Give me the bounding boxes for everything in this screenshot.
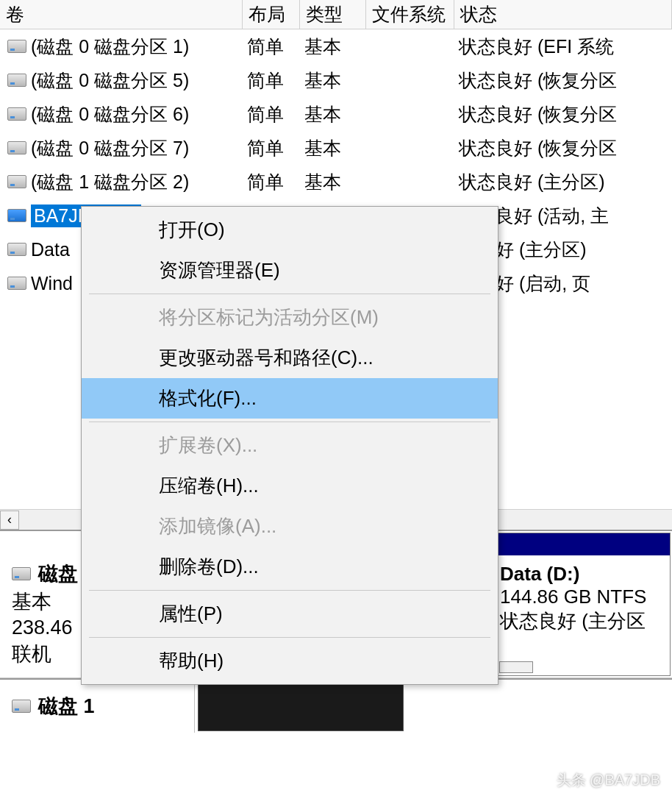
menu-item: 添加镜像(A)... xyxy=(82,506,498,547)
volume-icon xyxy=(7,243,26,256)
menu-separator xyxy=(89,294,490,294)
volume-status: 状态良好 (恢复分区 xyxy=(454,68,672,93)
menu-separator xyxy=(89,637,490,638)
volume-name: (磁盘 0 磁盘分区 7) xyxy=(31,136,189,160)
header-layout[interactable]: 布局 xyxy=(243,0,300,29)
menu-separator xyxy=(89,422,490,422)
volume-icon xyxy=(7,277,26,290)
menu-item[interactable]: 格式化(F)... xyxy=(82,378,498,419)
volume-row[interactable]: (磁盘 0 磁盘分区 5)简单基本状态良好 (恢复分区 xyxy=(0,63,672,97)
volume-status: 状态良好 (EFI 系统 xyxy=(454,35,672,59)
volume-layout: 简单 xyxy=(243,35,300,59)
menu-item[interactable]: 打开(O) xyxy=(82,210,498,250)
volume-layout: 简单 xyxy=(243,68,300,93)
menu-item[interactable]: 删除卷(D)... xyxy=(82,547,498,587)
volume-type: 基本 xyxy=(300,35,366,59)
volume-status: 状态良好 (恢复分区 xyxy=(454,136,672,160)
volume-icon xyxy=(7,40,26,53)
menu-item[interactable]: 属性(P) xyxy=(82,594,498,634)
watermark-logo-icon xyxy=(616,722,668,774)
context-menu: 打开(O)资源管理器(E)将分区标记为活动分区(M)更改驱动器号和路径(C)..… xyxy=(81,206,498,685)
menu-item[interactable]: 更改驱动器号和路径(C)... xyxy=(82,338,498,378)
disk-1-info[interactable]: 磁盘 1 xyxy=(0,680,195,733)
partition-header-bar xyxy=(491,533,670,555)
volume-icon xyxy=(7,141,26,154)
menu-item[interactable]: 压缩卷(H)... xyxy=(82,466,498,506)
volume-name: Data xyxy=(31,239,70,260)
volume-name: (磁盘 0 磁盘分区 5) xyxy=(31,68,189,93)
partition-data-d[interactable]: Data (D:) 144.86 GB NTFS 状态良好 (主分区 xyxy=(490,533,671,676)
volume-name: (磁盘 0 磁盘分区 1) xyxy=(31,35,189,59)
header-volume[interactable]: 卷 xyxy=(0,0,243,29)
partition-size: 144.86 GB NTFS xyxy=(500,586,661,608)
scroll-left-button[interactable]: ‹ xyxy=(0,511,19,530)
volume-type: 基本 xyxy=(300,102,366,127)
volume-icon xyxy=(7,74,26,87)
volume-icon xyxy=(7,175,26,188)
mini-partition[interactable] xyxy=(499,661,533,673)
disk-icon xyxy=(12,700,31,713)
header-status[interactable]: 状态 xyxy=(454,0,672,29)
volume-layout: 简单 xyxy=(243,136,300,160)
volume-layout: 简单 xyxy=(243,170,300,194)
menu-item[interactable]: 帮助(H) xyxy=(82,641,498,681)
volume-type: 基本 xyxy=(300,170,366,194)
volume-name: (磁盘 0 磁盘分区 6) xyxy=(31,102,189,127)
menu-separator xyxy=(89,590,490,591)
volume-row[interactable]: (磁盘 0 磁盘分区 7)简单基本状态良好 (恢复分区 xyxy=(0,131,672,165)
disk-title: 磁盘 xyxy=(38,561,78,587)
volume-type: 基本 xyxy=(300,68,366,93)
partition-status: 状态良好 (主分区 xyxy=(500,608,661,634)
volume-icon xyxy=(7,209,26,222)
menu-item[interactable]: 资源管理器(E) xyxy=(82,250,498,291)
disk-icon xyxy=(12,567,31,580)
volume-row[interactable]: (磁盘 0 磁盘分区 1)简单基本状态良好 (EFI 系统 xyxy=(0,29,672,63)
volume-row[interactable]: (磁盘 0 磁盘分区 6)简单基本状态良好 (恢复分区 xyxy=(0,97,672,131)
partition-block-dark[interactable] xyxy=(198,684,404,731)
disk-row-1: 磁盘 1 xyxy=(0,678,672,733)
watermark-text: 头条 @BA7JDB xyxy=(557,770,660,790)
header-filesystem[interactable]: 文件系统 xyxy=(366,0,454,29)
volume-icon xyxy=(7,107,26,121)
volume-row[interactable]: (磁盘 1 磁盘分区 2)简单基本状态良好 (主分区) xyxy=(0,165,672,199)
partition-name: Data (D:) xyxy=(500,563,661,586)
volume-type: 基本 xyxy=(300,136,366,160)
volume-status: 状态良好 (主分区) xyxy=(454,170,672,194)
volume-status: 状态良好 (恢复分区 xyxy=(454,102,672,127)
volume-table-header: 卷 布局 类型 文件系统 状态 xyxy=(0,0,672,29)
menu-item: 将分区标记为活动分区(M) xyxy=(82,297,498,338)
header-type[interactable]: 类型 xyxy=(300,0,366,29)
volume-layout: 简单 xyxy=(243,102,300,127)
menu-item: 扩展卷(X)... xyxy=(82,425,498,466)
volume-name: (磁盘 1 磁盘分区 2) xyxy=(31,170,189,194)
volume-name: Wind xyxy=(31,273,73,294)
disk-1-title: 磁盘 1 xyxy=(38,693,95,719)
